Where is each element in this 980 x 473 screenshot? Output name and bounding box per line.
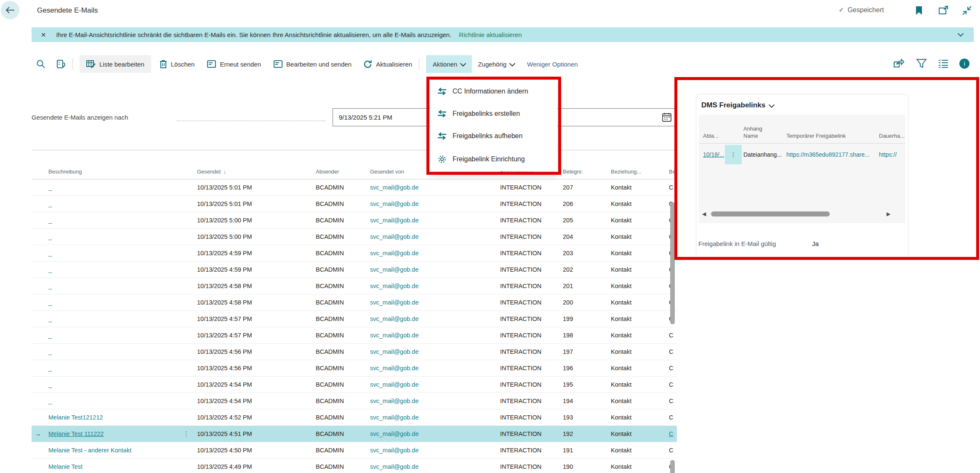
description-link[interactable]: _: [47, 200, 179, 207]
delete-button[interactable]: Löschen: [160, 60, 195, 69]
menu-item-freigabelinks-erstellen[interactable]: Freigabelinks erstellen: [430, 110, 557, 118]
permanent-link[interactable]: https://: [877, 151, 905, 158]
sent-by-link[interactable]: svc_mail@gob.de: [366, 250, 497, 257]
description-link[interactable]: _: [47, 233, 179, 240]
table-row[interactable]: _10/13/2025 4:59 PMBCADMINsvc_mail@gob.d…: [32, 245, 677, 262]
table-row[interactable]: →Melanie Test 111222⋮10/13/2025 4:51 PMB…: [32, 426, 677, 442]
description-link[interactable]: Melanie Test: [47, 463, 179, 470]
open-in-window-icon[interactable]: [938, 5, 949, 16]
sent-by-link[interactable]: svc_mail@gob.de: [366, 414, 497, 421]
sent-by-link[interactable]: svc_mail@gob.de: [366, 266, 497, 273]
chevron-down-icon[interactable]: [959, 31, 963, 39]
temporary-link[interactable]: https://m365edu892177.share...: [786, 151, 877, 158]
bookmark-icon[interactable]: [913, 5, 924, 16]
column-header-temp-freigabelink[interactable]: Temporärer Freigabelink: [786, 132, 877, 143]
sent-by-link[interactable]: svc_mail@gob.de: [366, 332, 497, 339]
calendar-icon[interactable]: [662, 112, 671, 122]
sent-by-link[interactable]: svc_mail@gob.de: [366, 315, 497, 322]
doc-type-cell[interactable]: INTERACTION: [497, 430, 560, 437]
sent-by-link[interactable]: svc_mail@gob.de: [366, 200, 497, 207]
table-row[interactable]: _10/13/2025 4:58 PMBCADMINsvc_mail@gob.d…: [32, 278, 677, 294]
table-row[interactable]: _10/13/2025 5:01 PMBCADMINsvc_mail@gob.d…: [32, 179, 677, 196]
menu-item-cc-informationen[interactable]: CC Informationen ändern: [430, 88, 557, 95]
horizontal-scrollbar-thumb[interactable]: [711, 211, 830, 216]
analyze-icon[interactable]: [56, 59, 66, 69]
actions-menu-button[interactable]: Aktionen: [426, 55, 472, 73]
fewer-options-button[interactable]: Weniger Optionen: [527, 61, 578, 68]
table-row[interactable]: _10/13/2025 4:57 PMBCADMINsvc_mail@gob.d…: [32, 311, 677, 327]
table-row[interactable]: _10/13/2025 5:00 PMBCADMINsvc_mail@gob.d…: [32, 212, 677, 229]
description-link[interactable]: _: [47, 365, 179, 371]
description-link[interactable]: _: [47, 332, 179, 339]
factbox-table-row[interactable]: 10/18/... ⋮ Dateianhang... https://m365e…: [699, 144, 905, 166]
back-button[interactable]: [1, 1, 19, 19]
column-header-absender[interactable]: Absender: [312, 168, 366, 179]
list-view-icon[interactable]: [938, 58, 949, 69]
table-row[interactable]: _10/13/2025 5:00 PMBCADMINsvc_mail@gob.d…: [32, 229, 677, 245]
table-row[interactable]: _10/13/2025 4:59 PMBCADMINsvc_mail@gob.d…: [32, 262, 677, 278]
description-link[interactable]: Melanie Test121212: [47, 414, 179, 421]
refresh-button[interactable]: Aktualisieren: [363, 60, 412, 69]
menu-item-freigabelinks-aufheben[interactable]: Freigabelinks aufheben: [430, 132, 557, 140]
description-link[interactable]: Melanie Test 111222: [47, 430, 179, 437]
scroll-right-icon[interactable]: ▶: [887, 211, 890, 217]
column-header-anhang-name[interactable]: Anhang Name: [742, 125, 786, 143]
description-link[interactable]: _: [47, 299, 179, 306]
description-link[interactable]: _: [47, 283, 179, 289]
column-header-dauerhaft[interactable]: Dauerha...: [877, 132, 905, 143]
scroll-left-icon[interactable]: ◀: [702, 211, 706, 217]
resend-button[interactable]: Erneut senden: [207, 60, 261, 68]
description-link[interactable]: _: [47, 250, 179, 257]
sent-by-link[interactable]: svc_mail@gob.de: [366, 217, 497, 224]
sent-by-link[interactable]: svc_mail@gob.de: [366, 463, 497, 470]
sent-by-link[interactable]: svc_mail@gob.de: [366, 233, 497, 240]
description-link[interactable]: _: [47, 217, 179, 224]
info-icon[interactable]: i: [959, 58, 970, 69]
table-row[interactable]: _10/13/2025 4:58 PMBCADMINsvc_mail@gob.d…: [32, 294, 677, 311]
table-row[interactable]: _10/13/2025 4:54 PMBCADMINsvc_mail@gob.d…: [32, 393, 677, 409]
search-icon[interactable]: [36, 59, 45, 69]
update-policy-link[interactable]: Richtlinie aktualisieren: [459, 31, 522, 38]
horizontal-scrollbar[interactable]: ◀ ▶: [699, 210, 905, 218]
table-row[interactable]: Melanie Test12121210/13/2025 4:52 PMBCAD…: [32, 409, 677, 426]
row-menu-icon[interactable]: ⋮: [725, 145, 742, 164]
sent-by-link[interactable]: svc_mail@gob.de: [366, 381, 497, 388]
menu-item-freigabelink-einrichtung[interactable]: Freigabelink Einrichtung: [430, 155, 557, 164]
vertical-scrollbar-thumb[interactable]: [670, 202, 675, 324]
table-row[interactable]: _10/13/2025 4:56 PMBCADMINsvc_mail@gob.d…: [32, 360, 677, 377]
sent-by-link[interactable]: svc_mail@gob.de: [366, 365, 497, 371]
related-menu-button[interactable]: Zugehörig: [478, 61, 514, 68]
description-link[interactable]: _: [47, 398, 179, 404]
collapse-icon[interactable]: [961, 5, 972, 16]
column-header-beziehung[interactable]: Beziehung...: [606, 168, 665, 179]
table-row[interactable]: Melanie Test10/13/2025 4:49 PMBCADMINsvc…: [32, 459, 677, 473]
expiry-date-link[interactable]: 10/18/...: [699, 151, 725, 158]
description-link[interactable]: _: [47, 381, 179, 388]
table-row[interactable]: _10/13/2025 4:56 PMBCADMINsvc_mail@gob.d…: [32, 344, 677, 360]
factbox-title[interactable]: DMS Freigabelinks: [701, 101, 774, 110]
sent-by-link[interactable]: svc_mail@gob.de: [366, 430, 497, 437]
table-row[interactable]: _10/13/2025 4:57 PMBCADMINsvc_mail@gob.d…: [32, 327, 677, 344]
filter-icon[interactable]: [916, 58, 927, 69]
sent-by-link[interactable]: svc_mail@gob.de: [366, 447, 497, 454]
sent-by-link[interactable]: svc_mail@gob.de: [366, 299, 497, 306]
table-row[interactable]: _10/13/2025 5:01 PMBCADMINsvc_mail@gob.d…: [32, 196, 677, 212]
sent-by-link[interactable]: svc_mail@gob.de: [366, 283, 497, 289]
description-link[interactable]: _: [47, 348, 179, 355]
description-link[interactable]: _: [47, 184, 179, 191]
vertical-scrollbar-thumb-bottom[interactable]: [670, 460, 675, 473]
edit-list-button[interactable]: Liste bearbeiten: [80, 55, 151, 73]
column-header-beziehungsnr[interactable]: Bezie: [665, 168, 677, 179]
sent-by-link[interactable]: svc_mail@gob.de: [366, 348, 497, 355]
column-header-belegnr[interactable]: Belegnr.: [560, 168, 606, 179]
description-link[interactable]: _: [47, 266, 179, 273]
column-header-ablauf[interactable]: Abla...: [699, 132, 725, 143]
close-icon[interactable]: ✕: [41, 31, 46, 39]
edit-and-send-button[interactable]: Bearbeiten und senden: [274, 60, 352, 68]
sent-by-link[interactable]: svc_mail@gob.de: [366, 398, 497, 404]
description-link[interactable]: Melanie Test - anderer Kontakt: [47, 447, 179, 454]
row-menu-icon[interactable]: ⋮: [179, 430, 194, 438]
column-header-beschreibung[interactable]: Beschreibung: [47, 168, 179, 179]
sent-by-link[interactable]: svc_mail@gob.de: [366, 184, 497, 191]
table-row[interactable]: Melanie Test - anderer Kontakt10/13/2025…: [32, 442, 677, 459]
